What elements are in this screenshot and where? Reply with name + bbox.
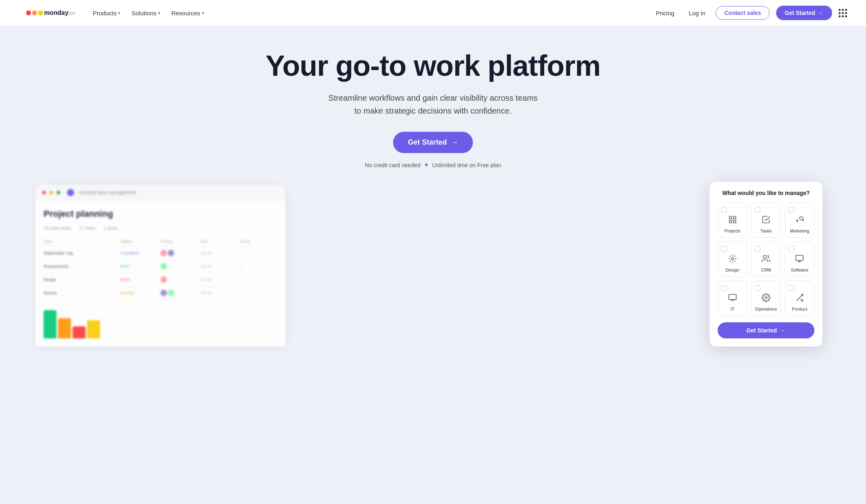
svg-point-10 [764, 255, 766, 258]
hero-title: Your go-to work platform [260, 50, 606, 82]
manage-item-design[interactable]: Design [718, 242, 747, 277]
svg-rect-6 [733, 216, 735, 219]
hero-bottom: monday task management Project planning … [19, 185, 847, 346]
resources-chevron: ▾ [202, 11, 204, 15]
manage-item-operations[interactable]: Operations [751, 281, 781, 316]
software-label: Software [791, 268, 808, 272]
dashboard-logo [67, 189, 74, 196]
manage-item-projects[interactable]: Projects [718, 203, 747, 238]
tasks-label: Tasks [760, 228, 772, 233]
table-row: Stakeholder mtg In progress Jun 01 — [44, 247, 277, 260]
solutions-chevron: ▾ [158, 11, 160, 15]
table-row: Requirements Done Jun 05 ✓ [44, 260, 277, 273]
nav-left: monday .com Products ▾ Solutions ▾ Resou… [19, 7, 208, 19]
svg-rect-14 [729, 295, 736, 300]
dashboard-table-header: Task Status Priority Due Done [44, 237, 277, 247]
contact-sales-button[interactable]: Contact sales [716, 6, 769, 20]
manage-item-it[interactable]: IT [718, 281, 747, 316]
nav-resources[interactable]: Resources ▾ [167, 7, 208, 19]
dashboard-stats: 12 team tasks 17 tasks 1 done [44, 226, 277, 230]
note-separator: ✦ [424, 161, 429, 169]
nav-pricing-link[interactable]: Pricing [652, 7, 679, 19]
svg-rect-7 [729, 220, 731, 223]
it-icon [728, 293, 737, 304]
window-minimize-dot [49, 191, 53, 195]
svg-text:monday: monday [44, 9, 69, 16]
dashboard-app-title: monday task management [79, 190, 136, 195]
chart-bar-green [44, 310, 56, 338]
manage-item-tasks[interactable]: Tasks [751, 203, 781, 238]
marketing-label: Marketing [790, 228, 809, 233]
hero-arrow-icon: → [451, 138, 458, 147]
dashboard-body: Project planning 12 team tasks 17 tasks … [35, 201, 285, 346]
chart-bar-yellow [87, 320, 100, 338]
manage-item-product[interactable]: Product [785, 281, 814, 316]
svg-point-1 [32, 10, 37, 15]
manage-items-grid: Projects Tasks [718, 203, 814, 316]
checkbox-it[interactable] [721, 285, 727, 291]
operations-label: Operations [755, 307, 777, 311]
table-row: Design Stuck Jun 10 — [44, 273, 277, 286]
nav-links: Products ▾ Solutions ▾ Resources ▾ [89, 7, 208, 19]
checkbox-marketing[interactable] [789, 207, 794, 213]
hero-content: Your go-to work platform Streamline work… [260, 50, 606, 169]
design-label: Design [726, 268, 739, 272]
nav-products[interactable]: Products ▾ [89, 7, 124, 19]
design-icon [728, 254, 737, 265]
checkbox-design[interactable] [721, 246, 727, 252]
hero-subtitle: Streamline workflows and gain clear visi… [260, 91, 606, 117]
product-icon [795, 293, 804, 304]
checkbox-projects[interactable] [721, 207, 727, 213]
logo[interactable]: monday .com [19, 7, 76, 19]
svg-rect-11 [796, 255, 803, 261]
svg-point-2 [38, 10, 43, 15]
svg-point-9 [731, 257, 734, 260]
nav-solutions[interactable]: Solutions ▾ [127, 7, 164, 19]
manage-arrow-icon: → [780, 327, 786, 334]
apps-grid-icon[interactable] [839, 9, 847, 17]
dashboard-chart [44, 306, 277, 338]
hero-note: No credit card needed ✦ Unlimited time o… [260, 161, 606, 169]
checkbox-operations[interactable] [755, 285, 760, 291]
dashboard-project-title: Project planning [44, 209, 277, 219]
manage-item-software[interactable]: Software [785, 242, 814, 277]
svg-rect-5 [729, 216, 731, 219]
software-icon [795, 254, 804, 265]
hero-section: Your go-to work platform Streamline work… [0, 26, 866, 504]
dashboard-preview: monday task management Project planning … [35, 185, 285, 346]
table-row: Review Working Jun 15 — [44, 286, 277, 300]
navbar: monday .com Products ▾ Solutions ▾ Resou… [0, 0, 866, 26]
hero-get-started-button[interactable]: Get Started → [393, 132, 473, 153]
product-label: Product [792, 307, 807, 311]
projects-label: Projects [724, 228, 741, 233]
svg-rect-8 [733, 220, 735, 223]
nav-right: Pricing Log in Contact sales Get Started… [652, 6, 847, 20]
it-label: IT [731, 307, 735, 311]
manage-item-marketing[interactable]: Marketing [785, 203, 814, 238]
chart-bar-red [73, 326, 85, 338]
tasks-icon [762, 215, 770, 226]
checkbox-software[interactable] [789, 246, 794, 252]
checkbox-product[interactable] [789, 285, 794, 291]
window-maximize-dot [56, 191, 60, 195]
manage-get-started-button[interactable]: Get Started → [718, 322, 814, 338]
products-chevron: ▾ [118, 11, 120, 15]
arrow-right-icon: → [818, 10, 823, 16]
chart-bar-orange [58, 318, 71, 338]
crm-icon [762, 254, 770, 265]
checkbox-tasks[interactable] [755, 207, 760, 213]
crm-label: CRM [761, 268, 771, 272]
marketing-icon [795, 215, 804, 226]
manage-card-title: What would you like to manage? [718, 190, 814, 196]
svg-point-0 [26, 10, 31, 15]
nav-get-started-button[interactable]: Get Started → [776, 6, 832, 20]
nav-login-link[interactable]: Log in [685, 7, 710, 19]
window-close-dot [42, 191, 46, 195]
manage-item-crm[interactable]: CRM [751, 242, 781, 277]
operations-icon [762, 293, 770, 304]
svg-point-15 [765, 297, 767, 299]
svg-text:.com: .com [66, 10, 76, 16]
checkbox-crm[interactable] [755, 246, 760, 252]
projects-icon [728, 215, 737, 226]
manage-card: What would you like to manage? Projects [710, 182, 822, 346]
